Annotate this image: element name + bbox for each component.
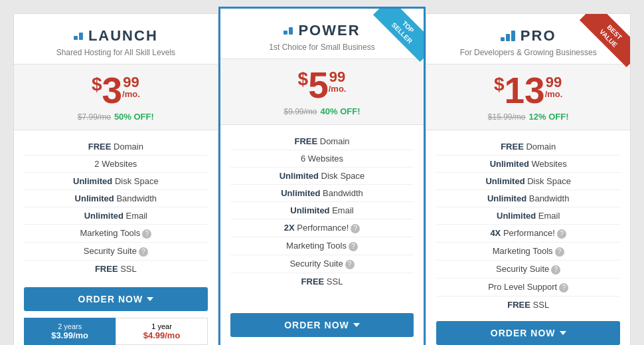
help-icon[interactable]: ? [557,229,566,239]
free-label: FREE [501,142,524,152]
free-label: FREE [294,136,317,146]
help-icon[interactable]: ? [142,229,151,239]
free-label: FREE [88,142,112,152]
price-off: 50% OFF! [114,112,154,122]
bar-icon [501,37,505,41]
features-list-pro: FREE DomainUnlimited WebsitesUnlimited D… [436,138,620,313]
order-label: ORDER NOW [491,328,556,338]
price-original: $15.99/mo [488,112,526,122]
bar-icon [79,33,83,40]
price-cents: 99 [545,75,563,90]
bar-icon [289,27,293,35]
list-item: Pro Level Support? [436,279,620,296]
help-icon[interactable]: ? [349,242,358,251]
unlimited-label: Unlimited [75,193,114,203]
price-number: 13 [505,72,545,109]
price-cents-mo: 99/mo. [122,75,140,98]
list-item: FREE SSL [230,273,414,290]
free-label: FREE [507,300,530,310]
price-cents: 99 [122,75,140,90]
list-item: Unlimited Disk Space [24,173,208,190]
badge-corner-pro: BESTVALUE [570,14,630,74]
free-label: FREE [95,264,118,274]
unlimited-label: Unlimited [485,176,524,186]
list-item: 2X Performance!? [230,219,414,237]
price-main-power: $599/mo. [224,67,421,104]
list-item: Unlimited Email [436,207,620,225]
list-item: 6 Websites [230,150,414,168]
feature-prefix: 2X [284,223,295,233]
price-off: 12% OFF! [529,112,569,122]
list-item: Security Suite? [24,243,208,261]
plan-icon-pro [501,31,515,41]
list-item: FREE Domain [24,138,208,156]
price-original: $9.99/mo [284,107,317,116]
term-option[interactable]: 1 year$4.99/mo [116,318,207,345]
list-item: 4X Performance!? [436,225,620,243]
bar-icon [511,31,515,41]
plan-subtitle-launch: Shared Hosting for All Skill Levels [24,48,208,57]
price-sub-row: $15.99/mo12% OFF! [430,112,627,122]
unlimited-label: Unlimited [280,171,319,181]
price-cents-mo: 99/mo. [545,75,563,98]
price-number: 3 [102,72,122,109]
free-label: FREE [301,277,325,287]
term-price: $3.99/mo [28,330,112,340]
unlimited-label: Unlimited [490,159,529,169]
plan-icon-power [283,27,293,35]
help-icon[interactable]: ? [559,283,568,292]
help-icon[interactable]: ? [555,247,564,257]
bar-icon [74,36,78,40]
price-cents-mo: 99/mo. [329,70,347,93]
price-main-pro: $1399/mo. [430,72,627,109]
plan-title-launch: LAUNCH [88,27,158,45]
list-item: Security Suite? [436,261,620,279]
plan-card-launch: LAUNCHShared Hosting for All Skill Level… [13,13,218,345]
price-original: $7.99/mo [78,112,111,122]
help-icon[interactable]: ? [551,265,560,275]
list-item: Marketing Tools? [24,225,208,243]
unlimited-label: Unlimited [487,193,526,203]
price-area-pro: $1399/mo.$15.99/mo12% OFF! [426,64,630,130]
list-item: Unlimited Email [24,207,208,225]
help-icon[interactable]: ? [351,224,360,233]
unlimited-label: Unlimited [73,176,112,186]
list-item: FREE Domain [436,138,620,156]
badge-corner-power: TOPSELLER [364,9,424,68]
term-option[interactable]: 2 years$3.99/mo [24,318,116,345]
order-label: ORDER NOW [284,320,349,330]
price-dollar: $ [92,75,102,94]
list-item: Unlimited Bandwidth [230,185,414,202]
plan-card-pro: BESTVALUEPROFor Developers & Growing Bus… [426,13,631,345]
price-dollar: $ [494,75,505,94]
plan-title-power: POWER [298,22,360,39]
list-item: Unlimited Websites [436,156,620,173]
list-item: Unlimited Bandwidth [24,190,208,207]
bar-icon [506,34,510,41]
bar-icon [283,31,287,35]
unlimited-label: Unlimited [84,211,123,221]
chevron-down-icon [560,331,566,335]
list-item: Unlimited Disk Space [230,168,414,185]
pricing-container: LAUNCHShared Hosting for All Skill Level… [13,13,631,345]
price-area-power: $599/mo.$9.99/mo40% OFF! [220,58,424,125]
help-icon[interactable]: ? [345,260,355,269]
term-label: 1 year [120,322,203,330]
plan-icon-launch [74,33,83,40]
plan-title-pro: PRO [521,27,556,45]
order-button-pro[interactable]: ORDER NOW [436,321,620,345]
chevron-down-icon [147,297,153,301]
term-options-launch: 2 years$3.99/mo1 year$4.99/mo [24,318,208,345]
price-sub-row: $9.99/mo40% OFF! [224,106,421,116]
feature-prefix: 4X [490,228,501,238]
price-off: 40% OFF! [321,106,361,116]
order-button-launch[interactable]: ORDER NOW [24,287,208,311]
help-icon[interactable]: ? [139,247,148,257]
order-button-power[interactable]: ORDER NOW [230,313,414,337]
features-list-launch: FREE Domain2 WebsitesUnlimited Disk Spac… [24,138,208,279]
badge-power: TOPSELLER [373,9,424,62]
price-dollar: $ [298,70,309,88]
plan-card-power: TOPSELLERPOWER1st Choice for Small Busin… [218,7,426,345]
list-item: Unlimited Email [230,202,414,219]
list-item: FREE Domain [230,133,414,150]
